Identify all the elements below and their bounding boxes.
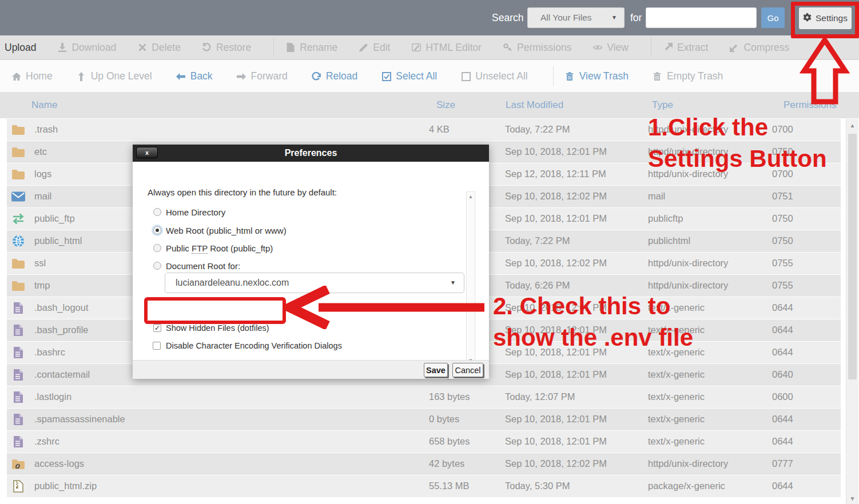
file-type: mail xyxy=(648,191,665,202)
annotation-step2-text: 2. Check this to show the .env file xyxy=(493,290,693,353)
file-type: publichtml xyxy=(648,235,690,246)
file-icon xyxy=(11,435,25,449)
transfer-icon xyxy=(11,212,25,226)
file-permissions: 0750 xyxy=(772,213,793,224)
show-hidden-files-checkbox[interactable]: ✓ xyxy=(153,324,161,332)
view-button[interactable]: View xyxy=(592,42,629,54)
file-size: 0 bytes xyxy=(429,414,459,425)
file-last-modified: Today, 5:30 PM xyxy=(505,481,570,491)
file-row-.zshrc[interactable]: .zshrc658 bytesSep 10, 2018, 12:01 PMtex… xyxy=(7,431,841,453)
rename-button[interactable]: Rename xyxy=(285,42,337,54)
file-icon xyxy=(11,390,25,404)
view-trash-button[interactable]: View Trash xyxy=(565,70,629,82)
navigation-toolbar: Home Up One Level Back Forward Reload Se… xyxy=(0,61,859,93)
edit-button[interactable]: Edit xyxy=(359,42,390,54)
unselect-all-button[interactable]: Unselect All xyxy=(461,70,527,82)
file-name: public_ftp xyxy=(34,213,75,224)
header-last-modified[interactable]: Last Modified xyxy=(506,99,563,111)
select-all-button[interactable]: Select All xyxy=(381,70,437,82)
disable-encoding-checkbox[interactable] xyxy=(153,342,161,350)
file-size: 4 KB xyxy=(429,124,450,135)
scrollbar-thumb[interactable] xyxy=(848,134,857,379)
file-last-modified: Sep 10, 2018, 12:01 PM xyxy=(505,414,607,425)
radio-home-directory[interactable] xyxy=(153,208,161,216)
dialog-scrollbar[interactable]: ▲ ▼ xyxy=(466,191,475,366)
scroll-down-icon[interactable]: ▼ xyxy=(846,495,858,502)
top-search-bar: Search All Your Files ▼ for Go Settings xyxy=(0,0,859,35)
forward-button[interactable]: Forward xyxy=(237,70,288,82)
file-last-modified: Sep 10, 2018, 12:01 PM xyxy=(505,436,607,447)
dialog-body: Always open this directory in the future… xyxy=(133,162,489,360)
file-type: text/x-generic xyxy=(648,436,705,447)
file-icon xyxy=(11,346,25,359)
permissions-button[interactable]: Permissions xyxy=(503,42,571,54)
html-editor-button[interactable]: HTML Editor xyxy=(411,42,482,54)
dialog-title: Preferences xyxy=(285,148,337,158)
file-name: public_html.zip xyxy=(34,481,97,491)
header-type[interactable]: Type xyxy=(652,99,673,111)
search-input[interactable] xyxy=(646,7,757,28)
close-icon[interactable]: x xyxy=(136,147,158,158)
toolbar-divider xyxy=(651,38,651,57)
file-icon xyxy=(11,413,25,426)
show-hidden-files-label: Show Hidden Files (dotfiles) xyxy=(166,323,269,333)
search-scope-select[interactable]: All Your Files ▼ xyxy=(527,7,625,28)
file-type: httpd/unix-directory xyxy=(648,280,728,291)
radio-public-ftp-root[interactable] xyxy=(153,244,161,252)
back-icon xyxy=(176,71,186,81)
file-type: text/x-generic xyxy=(648,414,705,425)
file-last-modified: Sep 10, 2018, 12:01 PM xyxy=(505,213,607,224)
scroll-up-icon[interactable]: ▲ xyxy=(846,122,858,129)
vertical-scrollbar[interactable]: ▲ ▼ xyxy=(846,119,858,504)
up-one-level-button[interactable]: Up One Level xyxy=(77,70,152,82)
file-name: .contactemail xyxy=(34,369,90,380)
file-icon xyxy=(11,301,25,315)
file-permissions: 0640 xyxy=(772,369,793,380)
trash-icon xyxy=(653,71,662,81)
rename-icon xyxy=(285,43,295,53)
file-last-modified: Today, 12:07 PM xyxy=(505,391,575,402)
file-name: public_html xyxy=(34,235,82,246)
annotation-left-arrow xyxy=(283,286,489,329)
scroll-up-icon[interactable]: ▲ xyxy=(467,194,475,199)
file-name: tmp xyxy=(34,280,50,291)
upload-button[interactable]: Upload xyxy=(5,42,36,54)
go-button[interactable]: Go xyxy=(761,7,785,28)
unselect-all-icon xyxy=(461,71,471,81)
file-row-.spamassassinenable[interactable]: .spamassassinenable0 bytesSep 10, 2018, … xyxy=(7,409,841,430)
select-all-icon xyxy=(381,71,391,81)
reload-icon xyxy=(312,71,321,81)
mail-icon xyxy=(11,190,25,203)
file-icon xyxy=(11,368,25,382)
header-name[interactable]: Name xyxy=(31,99,57,111)
file-name: .bash_profile xyxy=(34,325,88,335)
cancel-button[interactable]: Cancel xyxy=(452,363,483,377)
file-last-modified: Today, 6:26 PM xyxy=(505,280,570,291)
file-row-public_html.zip[interactable]: public_html.zip55.13 MBToday, 5:30 PMpac… xyxy=(7,475,841,497)
radio-web-root[interactable] xyxy=(153,226,161,234)
domain-select-value: lucianardeleanu.nexloc.com xyxy=(176,278,289,287)
folder-icon xyxy=(11,279,25,293)
delete-button[interactable]: Delete xyxy=(137,42,181,54)
empty-trash-button[interactable]: Empty Trash xyxy=(653,70,723,82)
file-row-access-logs[interactable]: access-logs42 bytesSep 10, 2018, 12:02 P… xyxy=(7,453,841,475)
save-button[interactable]: Save xyxy=(424,363,448,377)
back-button[interactable]: Back xyxy=(176,70,213,82)
search-label: Search xyxy=(492,12,523,24)
file-last-modified: Today, 7:22 PM xyxy=(505,124,570,135)
file-name: ssl xyxy=(34,258,46,269)
header-size[interactable]: Size xyxy=(436,99,455,111)
restore-button[interactable]: Restore xyxy=(202,42,251,54)
home-button[interactable]: Home xyxy=(11,70,53,82)
radio-document-root[interactable] xyxy=(153,262,161,270)
file-name: .zshrc xyxy=(34,436,59,447)
default-directory-prompt: Always open this directory in the future… xyxy=(148,187,337,197)
file-permissions: 0644 xyxy=(772,325,793,335)
download-button[interactable]: Download xyxy=(57,42,116,54)
file-type: text/x-generic xyxy=(648,391,705,402)
compress-button[interactable]: Compress xyxy=(729,42,789,54)
disable-encoding-label: Disable Character Encoding Verification … xyxy=(166,341,342,350)
extract-button[interactable]: Extract xyxy=(663,42,708,54)
reload-button[interactable]: Reload xyxy=(312,70,357,82)
file-row-.lastlogin[interactable]: .lastlogin163 bytesToday, 12:07 PMtext/x… xyxy=(7,386,841,408)
